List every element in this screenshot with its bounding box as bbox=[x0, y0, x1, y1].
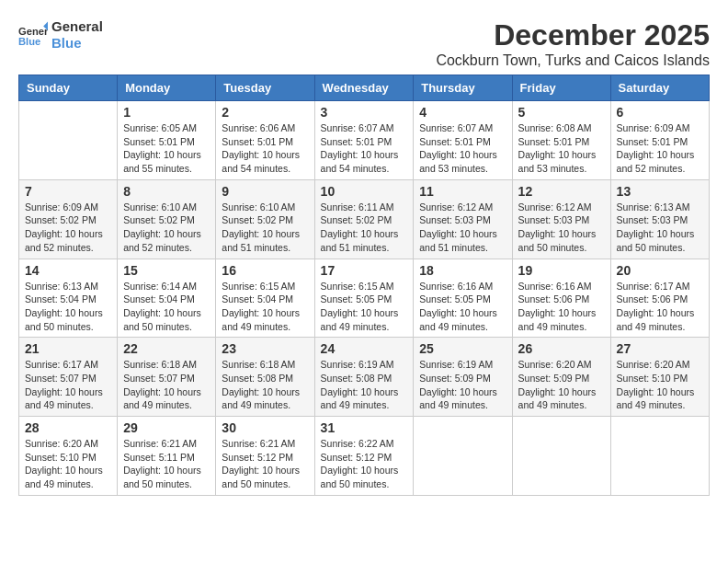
calendar-table: SundayMondayTuesdayWednesdayThursdayFrid… bbox=[18, 75, 710, 496]
day-info: Sunrise: 6:17 AMSunset: 5:07 PMDaylight:… bbox=[25, 358, 111, 412]
day-number: 28 bbox=[25, 420, 111, 435]
calendar-cell: 28Sunrise: 6:20 AMSunset: 5:10 PMDayligh… bbox=[19, 417, 118, 496]
day-info: Sunrise: 6:09 AMSunset: 5:01 PMDaylight:… bbox=[617, 121, 703, 176]
calendar-cell: 22Sunrise: 6:18 AMSunset: 5:07 PMDayligh… bbox=[118, 338, 216, 417]
day-number: 11 bbox=[419, 184, 506, 199]
title-block: December 2025 Cockburn Town, Turks and C… bbox=[436, 18, 710, 69]
month-title: December 2025 bbox=[436, 18, 710, 52]
day-info: Sunrise: 6:10 AMSunset: 5:02 PMDaylight:… bbox=[222, 201, 308, 255]
day-info: Sunrise: 6:13 AMSunset: 5:03 PMDaylight:… bbox=[617, 201, 703, 255]
day-info: Sunrise: 6:20 AMSunset: 5:10 PMDaylight:… bbox=[25, 437, 111, 491]
day-number: 19 bbox=[518, 263, 605, 278]
calendar-cell: 6Sunrise: 6:09 AMSunset: 5:01 PMDaylight… bbox=[610, 101, 709, 180]
day-info: Sunrise: 6:16 AMSunset: 5:06 PMDaylight:… bbox=[518, 280, 605, 334]
day-info: Sunrise: 6:19 AMSunset: 5:08 PMDaylight:… bbox=[321, 358, 408, 412]
calendar-cell: 16Sunrise: 6:15 AMSunset: 5:04 PMDayligh… bbox=[216, 259, 314, 338]
day-info: Sunrise: 6:08 AMSunset: 5:01 PMDaylight:… bbox=[518, 121, 605, 176]
calendar-cell bbox=[512, 417, 610, 496]
day-number: 13 bbox=[617, 184, 703, 199]
calendar-cell: 8Sunrise: 6:10 AMSunset: 5:02 PMDaylight… bbox=[118, 179, 216, 259]
day-info: Sunrise: 6:14 AMSunset: 5:04 PMDaylight:… bbox=[123, 280, 210, 334]
day-number: 3 bbox=[321, 105, 408, 120]
calendar-week-row: 28Sunrise: 6:20 AMSunset: 5:10 PMDayligh… bbox=[19, 417, 710, 496]
calendar-cell: 18Sunrise: 6:16 AMSunset: 5:05 PMDayligh… bbox=[414, 259, 512, 338]
day-number: 27 bbox=[617, 341, 703, 356]
weekday-header-sunday: Sunday bbox=[19, 75, 118, 101]
logo-general-text: General bbox=[51, 18, 103, 35]
day-info: Sunrise: 6:21 AMSunset: 5:12 PMDaylight:… bbox=[222, 437, 308, 491]
calendar-cell: 31Sunrise: 6:22 AMSunset: 5:12 PMDayligh… bbox=[314, 417, 414, 496]
calendar-cell: 9Sunrise: 6:10 AMSunset: 5:02 PMDaylight… bbox=[216, 179, 314, 259]
calendar-cell: 4Sunrise: 6:07 AMSunset: 5:01 PMDaylight… bbox=[414, 101, 512, 180]
weekday-header-tuesday: Tuesday bbox=[216, 75, 314, 101]
calendar-cell: 27Sunrise: 6:20 AMSunset: 5:10 PMDayligh… bbox=[610, 338, 709, 417]
calendar-week-row: 14Sunrise: 6:13 AMSunset: 5:04 PMDayligh… bbox=[19, 259, 710, 338]
calendar-cell bbox=[414, 417, 512, 496]
day-info: Sunrise: 6:20 AMSunset: 5:10 PMDaylight:… bbox=[617, 358, 703, 412]
calendar-cell: 23Sunrise: 6:18 AMSunset: 5:08 PMDayligh… bbox=[216, 338, 314, 417]
svg-text:General: General bbox=[18, 26, 48, 37]
logo-icon: General Blue bbox=[18, 20, 48, 50]
calendar-cell bbox=[610, 417, 709, 496]
calendar-cell: 21Sunrise: 6:17 AMSunset: 5:07 PMDayligh… bbox=[19, 338, 118, 417]
day-number: 6 bbox=[617, 105, 703, 120]
calendar-cell: 14Sunrise: 6:13 AMSunset: 5:04 PMDayligh… bbox=[19, 259, 118, 338]
day-number: 10 bbox=[321, 184, 408, 199]
calendar-cell: 5Sunrise: 6:08 AMSunset: 5:01 PMDaylight… bbox=[512, 101, 610, 180]
day-info: Sunrise: 6:15 AMSunset: 5:04 PMDaylight:… bbox=[222, 280, 308, 334]
day-number: 26 bbox=[518, 341, 605, 356]
calendar-cell: 1Sunrise: 6:05 AMSunset: 5:01 PMDaylight… bbox=[118, 101, 216, 180]
day-info: Sunrise: 6:15 AMSunset: 5:05 PMDaylight:… bbox=[321, 280, 408, 334]
day-number: 24 bbox=[321, 341, 408, 356]
calendar-cell: 20Sunrise: 6:17 AMSunset: 5:06 PMDayligh… bbox=[610, 259, 709, 338]
logo-blue-text: Blue bbox=[51, 35, 103, 52]
logo: General Blue General Blue bbox=[18, 18, 103, 52]
day-info: Sunrise: 6:20 AMSunset: 5:09 PMDaylight:… bbox=[518, 358, 605, 412]
day-number: 15 bbox=[123, 263, 210, 278]
day-info: Sunrise: 6:05 AMSunset: 5:01 PMDaylight:… bbox=[123, 121, 210, 176]
calendar-cell: 29Sunrise: 6:21 AMSunset: 5:11 PMDayligh… bbox=[118, 417, 216, 496]
day-number: 23 bbox=[222, 341, 308, 356]
day-info: Sunrise: 6:12 AMSunset: 5:03 PMDaylight:… bbox=[518, 201, 605, 255]
day-number: 22 bbox=[123, 341, 210, 356]
calendar-cell: 19Sunrise: 6:16 AMSunset: 5:06 PMDayligh… bbox=[512, 259, 610, 338]
day-info: Sunrise: 6:07 AMSunset: 5:01 PMDaylight:… bbox=[419, 121, 506, 176]
weekday-header-wednesday: Wednesday bbox=[314, 75, 414, 101]
day-number: 17 bbox=[321, 263, 408, 278]
weekday-header-saturday: Saturday bbox=[610, 75, 709, 101]
day-number: 14 bbox=[25, 263, 111, 278]
day-info: Sunrise: 6:18 AMSunset: 5:07 PMDaylight:… bbox=[123, 358, 210, 412]
day-info: Sunrise: 6:07 AMSunset: 5:01 PMDaylight:… bbox=[321, 121, 408, 176]
day-info: Sunrise: 6:18 AMSunset: 5:08 PMDaylight:… bbox=[222, 358, 308, 412]
calendar-cell: 25Sunrise: 6:19 AMSunset: 5:09 PMDayligh… bbox=[414, 338, 512, 417]
day-info: Sunrise: 6:11 AMSunset: 5:02 PMDaylight:… bbox=[321, 201, 408, 255]
day-info: Sunrise: 6:13 AMSunset: 5:04 PMDaylight:… bbox=[25, 280, 111, 334]
day-number: 2 bbox=[222, 105, 308, 120]
day-number: 18 bbox=[419, 263, 506, 278]
day-number: 5 bbox=[518, 105, 605, 120]
calendar-cell bbox=[19, 101, 118, 180]
day-number: 1 bbox=[123, 105, 210, 120]
calendar-cell: 2Sunrise: 6:06 AMSunset: 5:01 PMDaylight… bbox=[216, 101, 314, 180]
calendar-cell: 26Sunrise: 6:20 AMSunset: 5:09 PMDayligh… bbox=[512, 338, 610, 417]
day-number: 16 bbox=[222, 263, 308, 278]
header: General Blue General Blue December 2025 … bbox=[18, 18, 710, 69]
day-number: 7 bbox=[25, 184, 111, 199]
day-number: 8 bbox=[123, 184, 210, 199]
calendar-cell: 12Sunrise: 6:12 AMSunset: 5:03 PMDayligh… bbox=[512, 179, 610, 259]
day-number: 4 bbox=[419, 105, 506, 120]
calendar-cell: 10Sunrise: 6:11 AMSunset: 5:02 PMDayligh… bbox=[314, 179, 414, 259]
weekday-header-monday: Monday bbox=[118, 75, 216, 101]
day-info: Sunrise: 6:12 AMSunset: 5:03 PMDaylight:… bbox=[419, 201, 506, 255]
weekday-header-friday: Friday bbox=[512, 75, 610, 101]
calendar-header-row: SundayMondayTuesdayWednesdayThursdayFrid… bbox=[19, 75, 710, 101]
day-number: 20 bbox=[617, 263, 703, 278]
day-info: Sunrise: 6:17 AMSunset: 5:06 PMDaylight:… bbox=[617, 280, 703, 334]
calendar-week-row: 1Sunrise: 6:05 AMSunset: 5:01 PMDaylight… bbox=[19, 101, 710, 180]
day-info: Sunrise: 6:22 AMSunset: 5:12 PMDaylight:… bbox=[321, 437, 408, 491]
day-number: 25 bbox=[419, 341, 506, 356]
calendar-week-row: 7Sunrise: 6:09 AMSunset: 5:02 PMDaylight… bbox=[19, 179, 710, 259]
day-number: 9 bbox=[222, 184, 308, 199]
location-title: Cockburn Town, Turks and Caicos Islands bbox=[436, 52, 710, 69]
calendar-cell: 7Sunrise: 6:09 AMSunset: 5:02 PMDaylight… bbox=[19, 179, 118, 259]
